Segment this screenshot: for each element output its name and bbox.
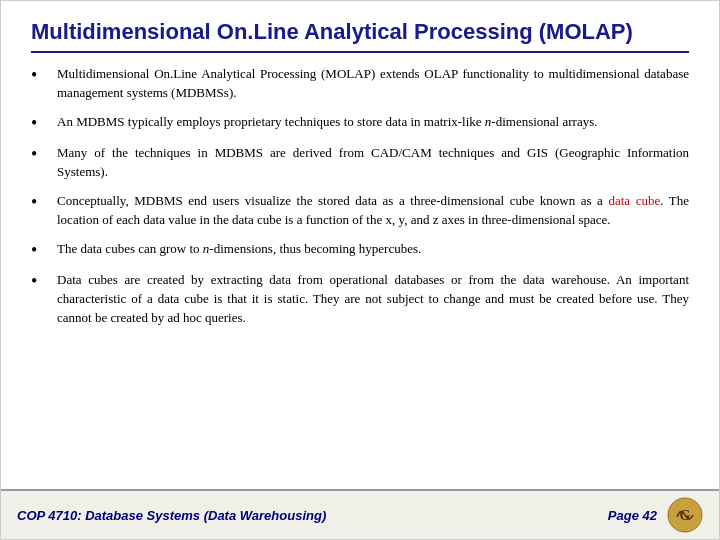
bullet-dot: • (31, 113, 49, 135)
bullet-text: Data cubes are created by extracting dat… (57, 271, 689, 328)
bullet-text: The data cubes can grow to n-dimensions,… (57, 240, 689, 259)
slide-content: Multidimensional On.Line Analytical Proc… (1, 1, 719, 489)
bullet-text: An MDBMS typically employs proprietary t… (57, 113, 689, 132)
list-item: • Data cubes are created by extracting d… (31, 271, 689, 328)
footer-course: COP 4710: Database Systems (Data Warehou… (17, 508, 326, 523)
italic-n2: n (203, 241, 210, 256)
footer-logo: G (667, 497, 703, 533)
list-item: • An MDBMS typically employs proprietary… (31, 113, 689, 135)
list-item: • Conceptually, MDBMS end users visualiz… (31, 192, 689, 230)
bullet-dot: • (31, 240, 49, 262)
bullet-text: Many of the techniques in MDBMS are deri… (57, 144, 689, 182)
bullet-dot: • (31, 271, 49, 293)
bullet-dot: • (31, 65, 49, 87)
bullet-dot: • (31, 144, 49, 166)
footer-right-section: Page 42 G (608, 497, 703, 533)
bullet-text: Multidimensional On.Line Analytical Proc… (57, 65, 689, 103)
slide: Multidimensional On.Line Analytical Proc… (0, 0, 720, 540)
footer-page: Page 42 (608, 508, 657, 523)
slide-title: Multidimensional On.Line Analytical Proc… (31, 19, 689, 53)
bullet-list: • Multidimensional On.Line Analytical Pr… (31, 65, 689, 328)
bullet-text: Conceptually, MDBMS end users visualize … (57, 192, 689, 230)
slide-footer: COP 4710: Database Systems (Data Warehou… (1, 489, 719, 539)
list-item: • Many of the techniques in MDBMS are de… (31, 144, 689, 182)
italic-n: n (485, 114, 492, 129)
data-cube-term: data cube (608, 193, 660, 208)
bullet-dot: • (31, 192, 49, 214)
list-item: • Multidimensional On.Line Analytical Pr… (31, 65, 689, 103)
list-item: • The data cubes can grow to n-dimension… (31, 240, 689, 262)
